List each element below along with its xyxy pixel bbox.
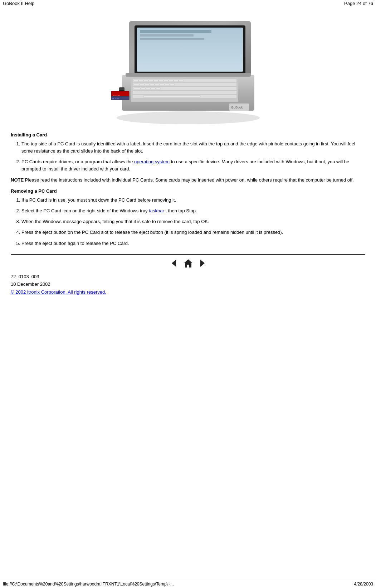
- svg-marker-50: [172, 260, 176, 267]
- svg-rect-28: [141, 88, 145, 90]
- list-item: If a PC Card is in use, you must shut do…: [21, 197, 365, 204]
- remove-item-4-text: Press the eject button on the PC Card sl…: [21, 230, 283, 235]
- svg-rect-40: [126, 73, 251, 77]
- svg-rect-36: [137, 28, 243, 72]
- svg-rect-12: [149, 80, 153, 82]
- svg-rect-26: [170, 84, 174, 86]
- nav-home-button[interactable]: [183, 258, 193, 268]
- svg-rect-10: [139, 80, 143, 82]
- svg-rect-39: [140, 38, 204, 40]
- bottom-bar: file://C:\Documents%20and%20Settings\har…: [0, 580, 376, 588]
- note-body: Please read the instructions included wi…: [24, 177, 354, 183]
- bottom-bar-date: 4/28/2003: [354, 582, 373, 587]
- svg-text:GoBook: GoBook: [231, 106, 243, 109]
- svg-marker-52: [200, 260, 205, 267]
- top-bar: GoBook II Help Page 24 of 76: [0, 0, 376, 7]
- nav-icons-row: [11, 258, 365, 268]
- svg-rect-24: [160, 84, 164, 86]
- svg-rect-27: [134, 88, 140, 90]
- svg-rect-30: [151, 88, 155, 90]
- operating-system-link[interactable]: operating system: [134, 159, 170, 164]
- install-item-1-text: The top side of a PC Card is usually ide…: [21, 141, 355, 154]
- back-arrow-icon: [169, 258, 179, 268]
- list-item: The top side of a PC Card is usually ide…: [21, 140, 365, 155]
- section-divider: [11, 254, 365, 255]
- svg-rect-11: [144, 80, 148, 82]
- svg-rect-9: [134, 80, 138, 82]
- svg-rect-15: [164, 80, 168, 82]
- svg-rect-22: [150, 84, 154, 86]
- svg-rect-25: [165, 84, 169, 86]
- list-item: Press the eject button again to release …: [21, 240, 365, 247]
- note-bold-label: NOTE: [11, 177, 24, 183]
- remove-item-3-text: When the Windows message appears, tellin…: [21, 219, 209, 224]
- svg-rect-31: [156, 88, 160, 90]
- svg-point-0: [117, 111, 260, 124]
- laptop-image: imation PC Card GoBook: [111, 14, 265, 125]
- forward-arrow-icon: [197, 258, 207, 268]
- svg-rect-7: [133, 91, 236, 94]
- svg-rect-16: [169, 80, 173, 82]
- list-item: Press the eject button on the PC Card sl…: [21, 229, 365, 236]
- nav-forward-button[interactable]: [197, 258, 207, 268]
- file-path: file://C:\Documents%20and%20Settings\har…: [3, 582, 174, 587]
- taskbar-link[interactable]: taskbar: [149, 208, 164, 213]
- remove-item-2-after: , then tap Stop.: [164, 208, 197, 213]
- footer-copyright: © 2002 Itronix Corporation. All rights r…: [11, 289, 365, 296]
- list-item: PC Cards require drivers, or a program t…: [21, 158, 365, 173]
- list-item: When the Windows message appears, tellin…: [21, 218, 365, 225]
- svg-rect-37: [140, 30, 211, 33]
- svg-rect-13: [154, 80, 158, 82]
- svg-rect-18: [179, 80, 183, 82]
- laptop-image-container: imation PC Card GoBook: [11, 14, 365, 125]
- list-item: Select the PC Card icon on the right sid…: [21, 207, 365, 215]
- svg-rect-17: [174, 80, 178, 82]
- home-icon: [183, 258, 193, 268]
- svg-rect-32: [143, 96, 201, 97]
- footer-date: 10 December 2002: [11, 281, 365, 288]
- svg-marker-51: [184, 259, 192, 268]
- svg-rect-38: [140, 34, 194, 37]
- svg-rect-23: [155, 84, 159, 86]
- remove-item-2-before: Select the PC Card icon on the right sid…: [21, 208, 149, 213]
- installing-heading: Installing a Card: [11, 132, 365, 138]
- nav-back-button[interactable]: [169, 258, 179, 268]
- page-indicator: Page 24 of 76: [344, 1, 373, 6]
- svg-rect-20: [140, 84, 144, 86]
- install-item-2-before: PC Cards require drivers, or a program t…: [21, 159, 134, 164]
- remove-item-1-text: If a PC Card is in use, you must shut do…: [21, 197, 176, 203]
- removing-list: If a PC Card is in use, you must shut do…: [21, 197, 365, 247]
- main-content: imation PC Card GoBook: [0, 7, 376, 300]
- copyright-link[interactable]: © 2002 Itronix Corporation. All rights r…: [11, 289, 106, 295]
- svg-rect-21: [145, 84, 149, 86]
- remove-item-5-text: Press the eject button again to release …: [21, 241, 129, 246]
- svg-rect-19: [134, 84, 139, 86]
- footer-doc-id: 72_0103_003: [11, 273, 365, 280]
- svg-text:imation: imation: [113, 94, 120, 96]
- installing-list: The top side of a PC Card is usually ide…: [21, 140, 365, 173]
- removing-heading: Removing a PC Card: [11, 188, 365, 194]
- svg-rect-29: [146, 88, 150, 90]
- svg-rect-4: [133, 79, 236, 82]
- svg-text:PC Card: PC Card: [112, 97, 119, 100]
- app-title: GoBook II Help: [3, 1, 34, 6]
- svg-rect-14: [159, 80, 163, 82]
- note-paragraph: NOTE Please read the instructions includ…: [11, 177, 365, 184]
